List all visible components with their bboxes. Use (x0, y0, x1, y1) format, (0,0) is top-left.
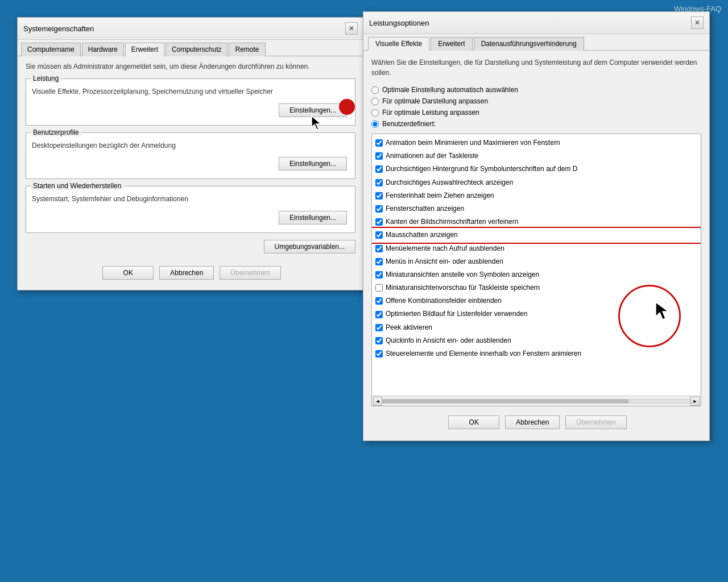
checkbox-label-15: Quickinfo in Ansicht ein- oder ausblende… (386, 335, 511, 346)
checkbox-label-3: Durchsichtiges Auswahlrechteck anzeigen (386, 177, 513, 188)
checkbox-input-5[interactable] (375, 205, 383, 213)
checkbox-label-8: Menüelemente nach Aufruf ausblenden (386, 243, 504, 254)
radio-auto-label: Optimale Einstellung automatisch auswähl… (382, 86, 518, 94)
checkbox-item-16: Steuerelemente und Elemente innerhalb vo… (372, 347, 701, 360)
checkbox-item-2: Durchsichtigen Hintergrund für Symbolunt… (372, 163, 701, 176)
systemeigenschaften-dialog: Systemeigenschaften ✕ Computername Hardw… (17, 17, 364, 290)
radio-auto: Optimale Einstellung automatisch auswähl… (371, 86, 701, 94)
right-dialog-close-button[interactable]: ✕ (691, 16, 704, 29)
leistung-description: Visuelle Effekte, Prozessorzeitplanung, … (32, 87, 349, 97)
checkbox-input-13[interactable] (375, 311, 383, 318)
leistung-settings-wrapper: Einstellungen... (276, 103, 347, 117)
mouse-cursor-leistung (311, 115, 323, 132)
starten-settings-button[interactable]: Einstellungen... (279, 211, 347, 225)
right-ok-button[interactable]: OK (448, 415, 499, 429)
radio-group: Optimale Einstellung automatisch auswähl… (371, 86, 701, 128)
checkbox-input-8[interactable] (375, 245, 383, 252)
radio-darstellung-input[interactable] (371, 98, 379, 105)
left-uebernehmen-button[interactable]: Übernehmen (220, 266, 280, 280)
tab-datenaushfuehrung[interactable]: Datenausführungsverhinderung (474, 37, 584, 51)
right-dialog-content: Wählen Sie die Einstellungen, die für Da… (363, 51, 709, 440)
checkbox-label-9: Menüs in Ansicht ein- oder ausblenden (386, 256, 503, 267)
admin-notice-text: Sie müssen als Administrator angemeldet … (26, 62, 355, 72)
checkbox-input-16[interactable] (375, 350, 383, 357)
checkbox-input-0[interactable] (375, 139, 383, 147)
leistung-group: Leistung Visuelle Effekte, Prozessorzeit… (26, 78, 355, 126)
checkbox-label-14: Peek aktivieren (386, 322, 432, 333)
benutzerprofile-content: Desktopeinstellungen bezüglich der Anmel… (26, 133, 355, 179)
checkbox-list-container: Animation beim Minimieren und Maximieren… (371, 134, 701, 406)
checkbox-input-10[interactable] (375, 271, 383, 278)
checkbox-item-0: Animation beim Minimieren und Maximieren… (372, 136, 701, 149)
left-dialog-title: Systemeigenschaften (23, 24, 94, 33)
checkbox-input-14[interactable] (375, 324, 383, 331)
scroll-right-arrow[interactable]: ► (690, 397, 700, 406)
tab-remote[interactable]: Remote (229, 43, 265, 56)
benutzerprofile-btn-row: Einstellungen... (32, 155, 349, 173)
checkbox-label-0: Animation beim Minimieren und Maximieren… (386, 138, 560, 148)
checkbox-item-12: Offene Kombinationsfelder einblenden (372, 294, 701, 307)
starten-group: Starten und Wiederherstellen Systemstart… (26, 186, 355, 233)
checkbox-input-6[interactable] (375, 218, 383, 226)
checkbox-input-3[interactable] (375, 179, 383, 186)
tab-hardware[interactable]: Hardware (82, 43, 124, 56)
leistung-btn-row: Einstellungen... (32, 101, 349, 119)
right-abbrechen-button[interactable]: Abbrechen (505, 415, 560, 429)
radio-leistung-label: Für optimale Leistung anpassen (382, 109, 479, 117)
tab-visuelle-effekte[interactable]: Visuelle Effekte (368, 37, 429, 51)
checkbox-list: Animation beim Minimieren und Maximieren… (372, 134, 701, 363)
tab-computername[interactable]: Computername (21, 43, 81, 56)
checkbox-label-10: Miniaturansichten anstelle von Symbolen … (386, 269, 539, 280)
checkbox-item-4: Fensterinhalt beim Ziehen anzeigen (372, 189, 701, 202)
checkbox-item-9: Menüs in Ansicht ein- oder ausblenden (372, 255, 701, 268)
checkbox-item-6: Kanten der Bildschirmschriftarten verfei… (372, 215, 701, 228)
checkbox-input-11[interactable] (375, 284, 383, 292)
checkbox-item-3: Durchsichtiges Auswahlrechteck anzeigen (372, 176, 701, 189)
red-dot-indicator (339, 99, 355, 115)
left-ok-button[interactable]: OK (102, 266, 154, 280)
radio-benutzerdefiniert: Benutzerdefiniert: (371, 120, 701, 128)
leistung-label: Leistung (31, 74, 61, 82)
checkbox-label-6: Kanten der Bildschirmschriftarten verfei… (386, 217, 518, 227)
scrollbar-track[interactable] (382, 399, 690, 404)
scroll-left-arrow[interactable]: ◄ (373, 397, 382, 406)
checkbox-input-4[interactable] (375, 192, 383, 199)
checkbox-label-16: Steuerelemente und Elemente innerhalb vo… (386, 348, 581, 359)
radio-benutzerdefiniert-input[interactable] (371, 120, 379, 128)
left-dialog-close-button[interactable]: ✕ (345, 22, 358, 35)
starten-description: Systemstart, Systemfehler und Debuginfor… (32, 194, 349, 204)
benutzerprofile-description: Desktopeinstellungen bezüglich der Anmel… (32, 141, 349, 151)
benutzerprofile-group: Benutzerprofile Desktopeinstellungen bez… (26, 132, 355, 180)
checkbox-label-1: Animationen auf der Taskleiste (386, 151, 478, 161)
checkbox-item-1: Animationen auf der Taskleiste (372, 149, 701, 163)
benutzerprofile-label: Benutzerprofile (31, 128, 81, 136)
checkbox-label-11: Miniaturansichtenvorschau für Taskleiste… (386, 282, 540, 293)
tab-erweitert-right[interactable]: Erweitert (431, 37, 472, 51)
radio-auto-input[interactable] (371, 86, 379, 94)
checkbox-item-13: Optimierten Bildlauf für Listenfelder ve… (372, 307, 701, 321)
radio-benutzerdefiniert-label: Benutzerdefiniert: (382, 120, 436, 128)
checkbox-input-2[interactable] (375, 165, 383, 173)
right-uebernehmen-button[interactable]: Übernehmen (565, 415, 626, 429)
checkbox-input-15[interactable] (375, 337, 383, 344)
radio-leistung-input[interactable] (371, 109, 379, 117)
umgebungsvariablen-button[interactable]: Umgebungsvariablen... (264, 240, 355, 253)
leistung-content: Visuelle Effekte, Prozessorzeitplanung, … (26, 79, 355, 125)
checkbox-label-13: Optimierten Bildlauf für Listenfelder ve… (386, 309, 527, 319)
checkbox-input-9[interactable] (375, 258, 383, 265)
checkbox-input-7[interactable] (375, 231, 383, 239)
checkbox-item-10: Miniaturansichten anstelle von Symbolen … (372, 268, 701, 281)
checkbox-item-11: Miniaturansichtenvorschau für Taskleiste… (372, 281, 701, 294)
starten-btn-row: Einstellungen... (32, 209, 349, 227)
benutzerprofile-settings-button[interactable]: Einstellungen... (279, 157, 347, 171)
right-dialog-title: Leistungsoptionen (369, 19, 429, 27)
tab-erweitert[interactable]: Erweitert (125, 43, 164, 56)
tab-computerschutz[interactable]: Computerschutz (166, 43, 228, 56)
checkbox-input-1[interactable] (375, 152, 383, 160)
checkbox-input-12[interactable] (375, 297, 383, 305)
left-abbrechen-button[interactable]: Abbrechen (159, 266, 214, 280)
checkbox-label-5: Fensterschatten anzeigen (386, 203, 464, 214)
left-tabs: Computername Hardware Erweitert Computer… (18, 40, 363, 56)
leistungsoptionen-dialog: Leistungsoptionen ✕ Visuelle Effekte Erw… (363, 11, 710, 441)
left-dialog-titlebar: Systemeigenschaften ✕ (18, 18, 363, 40)
